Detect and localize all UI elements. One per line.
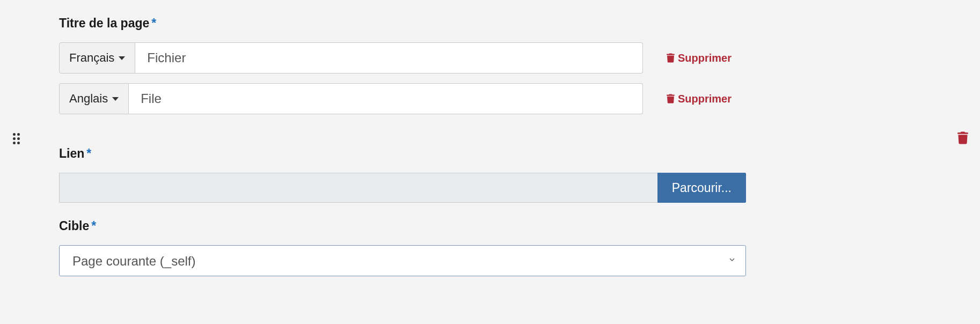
required-marker: *: [91, 219, 96, 233]
target-label: Cible*: [59, 219, 746, 233]
trash-icon: [667, 94, 675, 104]
drag-handle-icon[interactable]: [13, 133, 23, 143]
required-marker: *: [86, 146, 91, 160]
trash-icon: [667, 53, 675, 63]
delete-row-label: Supprimer: [678, 52, 732, 64]
language-label: Anglais: [69, 92, 108, 106]
delete-item-button[interactable]: [957, 131, 968, 146]
language-dropdown-fr[interactable]: Français: [59, 42, 135, 73]
delete-row-label: Supprimer: [678, 93, 732, 105]
link-value-display: [59, 173, 657, 203]
caret-down-icon: [112, 97, 119, 101]
trash-icon: [957, 131, 968, 144]
title-input-fr[interactable]: [135, 42, 643, 73]
required-marker: *: [151, 16, 156, 30]
target-select[interactable]: Page courante (_self): [59, 245, 746, 276]
link-label: Lien*: [59, 146, 746, 161]
caret-down-icon: [119, 56, 125, 60]
page-title-label: Titre de la page*: [59, 16, 746, 31]
browse-button[interactable]: Parcourir...: [657, 173, 746, 203]
language-dropdown-en[interactable]: Anglais: [59, 83, 129, 114]
delete-row-en[interactable]: Supprimer: [667, 93, 732, 105]
delete-row-fr[interactable]: Supprimer: [667, 52, 732, 64]
language-label: Français: [69, 51, 114, 65]
title-input-en[interactable]: [129, 83, 643, 114]
